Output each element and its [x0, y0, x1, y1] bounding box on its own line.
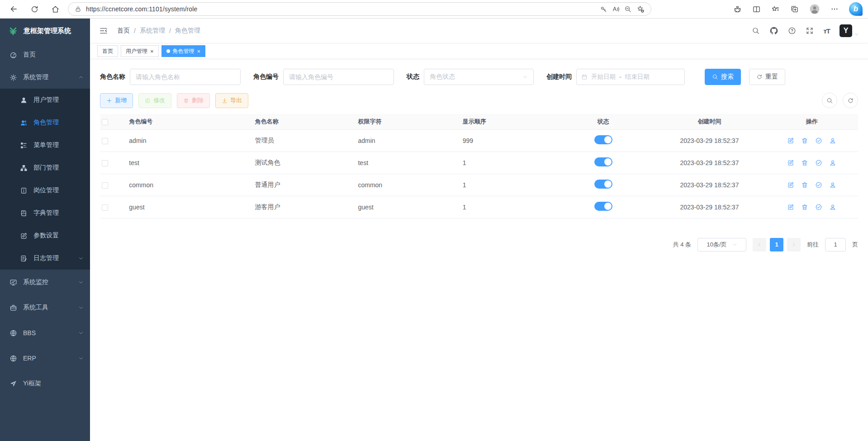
lock-icon	[75, 6, 81, 13]
row-data-scope-icon[interactable]	[815, 159, 822, 166]
add-favorite-icon[interactable]	[636, 5, 645, 13]
font-size-icon[interactable]: тT	[823, 27, 830, 35]
role-name-input[interactable]	[130, 69, 241, 85]
role-code-input[interactable]	[283, 69, 394, 85]
row-delete-icon[interactable]	[801, 204, 808, 211]
created-time-label: 创建时间	[546, 73, 572, 81]
github-icon[interactable]	[769, 26, 778, 35]
sidebar-item-bbs[interactable]: BBS	[0, 320, 90, 346]
sidebar: 意框架管理系统 首页 系统管理 用户管理 角色管理 菜单管理	[0, 19, 90, 441]
edit-button[interactable]: 修改	[138, 93, 171, 108]
read-aloud-icon[interactable]	[612, 5, 620, 13]
delete-button[interactable]: 删除	[177, 93, 210, 108]
browser-home-button[interactable]	[47, 1, 63, 17]
status-toggle[interactable]	[594, 157, 612, 166]
row-edit-icon[interactable]	[787, 204, 794, 211]
avatar[interactable]: Y	[840, 24, 852, 37]
end-date-placeholder[interactable]: 结束日期	[625, 73, 650, 81]
row-assign-user-icon[interactable]	[829, 181, 836, 189]
sidebar-item-system-management[interactable]: 系统管理	[0, 66, 90, 89]
favorites-icon[interactable]	[771, 5, 780, 14]
col-role-code: 角色编号	[127, 114, 253, 129]
sidebar-item-post-management[interactable]: 岗位管理	[0, 179, 90, 202]
row-assign-user-icon[interactable]	[829, 137, 836, 144]
row-delete-icon[interactable]	[801, 181, 808, 189]
tab-role-management[interactable]: 角色管理 ×	[161, 45, 206, 57]
row-edit-icon[interactable]	[787, 181, 794, 189]
extensions-icon[interactable]	[733, 5, 742, 14]
status-select[interactable]: 角色状态	[424, 69, 534, 85]
zoom-out-icon[interactable]	[624, 5, 632, 13]
split-screen-icon[interactable]	[752, 5, 761, 14]
collections-icon[interactable]	[790, 5, 799, 14]
sidebar-item-yi-framework[interactable]: Yi框架	[0, 371, 90, 396]
next-page-button[interactable]	[787, 238, 801, 251]
sidebar-item-system-tools[interactable]: 系统工具	[0, 295, 90, 320]
breadcrumb-home[interactable]: 首页	[117, 27, 130, 35]
sidebar-item-menu-management[interactable]: 菜单管理	[0, 134, 90, 156]
chevron-down-icon	[78, 356, 84, 361]
row-data-scope-icon[interactable]	[815, 204, 822, 211]
sidebar-item-parameter-settings[interactable]: 参数设置	[0, 224, 90, 247]
sidebar-submenu-system: 用户管理 角色管理 菜单管理 部门管理 岗位管理 字典管理	[0, 89, 90, 270]
sidebar-item-role-management[interactable]: 角色管理	[0, 111, 90, 134]
url-text[interactable]: https://ccnetcore.com:1101/system/role	[86, 5, 595, 13]
sidebar-item-erp[interactable]: ERP	[0, 346, 90, 371]
page-size-select[interactable]: 10条/页	[697, 238, 746, 251]
date-range-picker[interactable]: 开始日期 - 结束日期	[576, 69, 685, 85]
row-assign-user-icon[interactable]	[829, 159, 836, 166]
select-all-checkbox[interactable]	[102, 119, 108, 125]
start-date-placeholder[interactable]: 开始日期	[591, 73, 616, 81]
row-checkbox[interactable]	[102, 182, 108, 189]
user-menu[interactable]: Y	[840, 24, 859, 37]
refresh-table-icon[interactable]	[843, 93, 858, 108]
role-name-label: 角色名称	[100, 73, 125, 81]
sidebar-item-log-management[interactable]: 日志管理	[0, 247, 90, 270]
toggle-search-icon[interactable]	[822, 93, 837, 108]
export-button[interactable]: 导出	[215, 93, 248, 108]
row-edit-icon[interactable]	[787, 137, 794, 144]
status-toggle[interactable]	[594, 180, 612, 189]
password-key-icon[interactable]	[600, 5, 607, 13]
prev-page-button[interactable]	[753, 238, 766, 251]
search-icon[interactable]	[752, 27, 760, 35]
row-checkbox[interactable]	[102, 138, 108, 144]
status-toggle[interactable]	[594, 135, 612, 144]
chevron-down-icon	[78, 305, 84, 310]
row-checkbox[interactable]	[102, 204, 108, 211]
row-checkbox[interactable]	[102, 160, 108, 166]
goto-page-input[interactable]	[825, 238, 846, 251]
more-menu-icon[interactable]	[830, 5, 839, 13]
row-delete-icon[interactable]	[801, 159, 808, 166]
sidebar-item-home[interactable]: 首页	[0, 43, 90, 66]
sidebar-item-user-management[interactable]: 用户管理	[0, 89, 90, 111]
fullscreen-icon[interactable]	[806, 27, 814, 35]
row-data-scope-icon[interactable]	[815, 181, 822, 189]
app-header: 首页 / 系统管理 / 角色管理 тT	[90, 19, 868, 43]
sidebar-item-system-monitor[interactable]: 系统监控	[0, 270, 90, 295]
row-assign-user-icon[interactable]	[829, 204, 836, 211]
close-icon[interactable]: ×	[197, 48, 201, 54]
row-edit-icon[interactable]	[787, 159, 794, 166]
sidebar-item-dictionary-management[interactable]: 字典管理	[0, 202, 90, 224]
chevron-down-icon	[78, 280, 84, 285]
add-button[interactable]: 新增	[100, 93, 133, 108]
browser-back-button[interactable]	[5, 1, 22, 17]
help-icon[interactable]	[788, 27, 796, 35]
profile-avatar[interactable]	[809, 4, 820, 14]
page-number-1[interactable]: 1	[770, 238, 783, 251]
row-delete-icon[interactable]	[801, 137, 808, 144]
tab-user-management[interactable]: 用户管理 ×	[121, 45, 159, 57]
status-toggle[interactable]	[594, 202, 612, 211]
close-icon[interactable]: ×	[150, 48, 154, 54]
copilot-icon[interactable]: b	[849, 2, 863, 16]
breadcrumb: 首页 / 系统管理 / 角色管理	[117, 27, 200, 35]
browser-refresh-button[interactable]	[26, 1, 43, 17]
collapse-menu-icon[interactable]	[99, 26, 108, 35]
address-bar[interactable]: https://ccnetcore.com:1101/system/role	[68, 2, 651, 16]
tab-home[interactable]: 首页	[97, 45, 118, 57]
row-data-scope-icon[interactable]	[815, 137, 822, 144]
search-button[interactable]: 搜索	[705, 69, 741, 85]
sidebar-item-department-management[interactable]: 部门管理	[0, 156, 90, 179]
reset-button[interactable]: 重置	[749, 69, 785, 85]
